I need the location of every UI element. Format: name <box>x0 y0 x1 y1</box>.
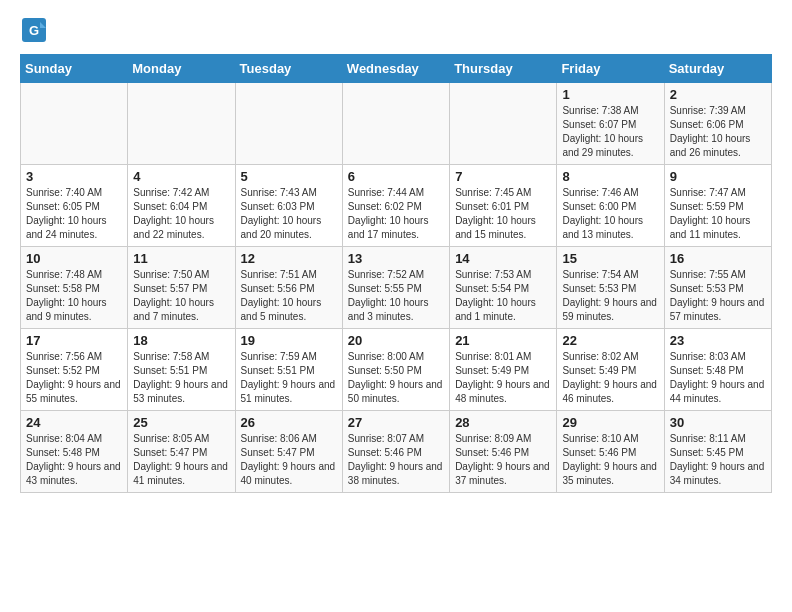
day-number: 15 <box>562 251 658 266</box>
day-info: Sunrise: 7:38 AMSunset: 6:07 PMDaylight:… <box>562 104 658 160</box>
calendar-cell <box>342 83 449 165</box>
day-number: 14 <box>455 251 551 266</box>
calendar-cell <box>450 83 557 165</box>
day-number: 12 <box>241 251 337 266</box>
svg-text:G: G <box>29 23 39 38</box>
day-number: 1 <box>562 87 658 102</box>
day-number: 27 <box>348 415 444 430</box>
calendar-cell: 29Sunrise: 8:10 AMSunset: 5:46 PMDayligh… <box>557 411 664 493</box>
calendar-cell: 20Sunrise: 8:00 AMSunset: 5:50 PMDayligh… <box>342 329 449 411</box>
week-row-3: 17Sunrise: 7:56 AMSunset: 5:52 PMDayligh… <box>21 329 772 411</box>
day-number: 4 <box>133 169 229 184</box>
weekday-header-sunday: Sunday <box>21 55 128 83</box>
day-info: Sunrise: 7:51 AMSunset: 5:56 PMDaylight:… <box>241 268 337 324</box>
day-info: Sunrise: 8:11 AMSunset: 5:45 PMDaylight:… <box>670 432 766 488</box>
day-info: Sunrise: 7:56 AMSunset: 5:52 PMDaylight:… <box>26 350 122 406</box>
day-info: Sunrise: 7:43 AMSunset: 6:03 PMDaylight:… <box>241 186 337 242</box>
day-info: Sunrise: 8:10 AMSunset: 5:46 PMDaylight:… <box>562 432 658 488</box>
day-info: Sunrise: 7:55 AMSunset: 5:53 PMDaylight:… <box>670 268 766 324</box>
week-row-4: 24Sunrise: 8:04 AMSunset: 5:48 PMDayligh… <box>21 411 772 493</box>
day-info: Sunrise: 7:59 AMSunset: 5:51 PMDaylight:… <box>241 350 337 406</box>
day-number: 11 <box>133 251 229 266</box>
week-row-2: 10Sunrise: 7:48 AMSunset: 5:58 PMDayligh… <box>21 247 772 329</box>
day-number: 13 <box>348 251 444 266</box>
day-info: Sunrise: 8:05 AMSunset: 5:47 PMDaylight:… <box>133 432 229 488</box>
day-number: 23 <box>670 333 766 348</box>
day-info: Sunrise: 8:04 AMSunset: 5:48 PMDaylight:… <box>26 432 122 488</box>
day-number: 7 <box>455 169 551 184</box>
day-info: Sunrise: 7:58 AMSunset: 5:51 PMDaylight:… <box>133 350 229 406</box>
calendar-cell: 4Sunrise: 7:42 AMSunset: 6:04 PMDaylight… <box>128 165 235 247</box>
day-info: Sunrise: 7:44 AMSunset: 6:02 PMDaylight:… <box>348 186 444 242</box>
calendar-cell: 25Sunrise: 8:05 AMSunset: 5:47 PMDayligh… <box>128 411 235 493</box>
day-number: 22 <box>562 333 658 348</box>
day-number: 6 <box>348 169 444 184</box>
day-number: 18 <box>133 333 229 348</box>
day-number: 20 <box>348 333 444 348</box>
calendar-cell: 28Sunrise: 8:09 AMSunset: 5:46 PMDayligh… <box>450 411 557 493</box>
calendar-cell: 14Sunrise: 7:53 AMSunset: 5:54 PMDayligh… <box>450 247 557 329</box>
day-info: Sunrise: 8:07 AMSunset: 5:46 PMDaylight:… <box>348 432 444 488</box>
day-info: Sunrise: 7:48 AMSunset: 5:58 PMDaylight:… <box>26 268 122 324</box>
day-info: Sunrise: 7:53 AMSunset: 5:54 PMDaylight:… <box>455 268 551 324</box>
calendar-cell: 22Sunrise: 8:02 AMSunset: 5:49 PMDayligh… <box>557 329 664 411</box>
calendar-cell: 15Sunrise: 7:54 AMSunset: 5:53 PMDayligh… <box>557 247 664 329</box>
day-info: Sunrise: 7:46 AMSunset: 6:00 PMDaylight:… <box>562 186 658 242</box>
day-number: 5 <box>241 169 337 184</box>
day-info: Sunrise: 8:06 AMSunset: 5:47 PMDaylight:… <box>241 432 337 488</box>
day-info: Sunrise: 7:54 AMSunset: 5:53 PMDaylight:… <box>562 268 658 324</box>
day-number: 16 <box>670 251 766 266</box>
calendar-cell: 8Sunrise: 7:46 AMSunset: 6:00 PMDaylight… <box>557 165 664 247</box>
calendar-cell <box>21 83 128 165</box>
weekday-header-row: SundayMondayTuesdayWednesdayThursdayFrid… <box>21 55 772 83</box>
weekday-header-friday: Friday <box>557 55 664 83</box>
calendar-cell <box>128 83 235 165</box>
day-info: Sunrise: 7:47 AMSunset: 5:59 PMDaylight:… <box>670 186 766 242</box>
day-number: 8 <box>562 169 658 184</box>
day-info: Sunrise: 7:40 AMSunset: 6:05 PMDaylight:… <box>26 186 122 242</box>
day-number: 2 <box>670 87 766 102</box>
day-number: 21 <box>455 333 551 348</box>
day-info: Sunrise: 7:50 AMSunset: 5:57 PMDaylight:… <box>133 268 229 324</box>
calendar-cell: 21Sunrise: 8:01 AMSunset: 5:49 PMDayligh… <box>450 329 557 411</box>
weekday-header-monday: Monday <box>128 55 235 83</box>
calendar-cell: 26Sunrise: 8:06 AMSunset: 5:47 PMDayligh… <box>235 411 342 493</box>
calendar-cell: 2Sunrise: 7:39 AMSunset: 6:06 PMDaylight… <box>664 83 771 165</box>
day-info: Sunrise: 7:45 AMSunset: 6:01 PMDaylight:… <box>455 186 551 242</box>
day-number: 25 <box>133 415 229 430</box>
day-number: 29 <box>562 415 658 430</box>
week-row-0: 1Sunrise: 7:38 AMSunset: 6:07 PMDaylight… <box>21 83 772 165</box>
calendar-cell: 6Sunrise: 7:44 AMSunset: 6:02 PMDaylight… <box>342 165 449 247</box>
day-number: 24 <box>26 415 122 430</box>
calendar-cell: 1Sunrise: 7:38 AMSunset: 6:07 PMDaylight… <box>557 83 664 165</box>
day-number: 19 <box>241 333 337 348</box>
calendar-cell <box>235 83 342 165</box>
day-number: 17 <box>26 333 122 348</box>
calendar-cell: 5Sunrise: 7:43 AMSunset: 6:03 PMDaylight… <box>235 165 342 247</box>
calendar-cell: 10Sunrise: 7:48 AMSunset: 5:58 PMDayligh… <box>21 247 128 329</box>
calendar-cell: 3Sunrise: 7:40 AMSunset: 6:05 PMDaylight… <box>21 165 128 247</box>
calendar-cell: 19Sunrise: 7:59 AMSunset: 5:51 PMDayligh… <box>235 329 342 411</box>
day-number: 28 <box>455 415 551 430</box>
calendar-cell: 27Sunrise: 8:07 AMSunset: 5:46 PMDayligh… <box>342 411 449 493</box>
day-number: 10 <box>26 251 122 266</box>
weekday-header-tuesday: Tuesday <box>235 55 342 83</box>
calendar-table: SundayMondayTuesdayWednesdayThursdayFrid… <box>20 54 772 493</box>
weekday-header-thursday: Thursday <box>450 55 557 83</box>
week-row-1: 3Sunrise: 7:40 AMSunset: 6:05 PMDaylight… <box>21 165 772 247</box>
calendar-cell: 24Sunrise: 8:04 AMSunset: 5:48 PMDayligh… <box>21 411 128 493</box>
weekday-header-saturday: Saturday <box>664 55 771 83</box>
day-number: 3 <box>26 169 122 184</box>
calendar-cell: 9Sunrise: 7:47 AMSunset: 5:59 PMDaylight… <box>664 165 771 247</box>
day-number: 9 <box>670 169 766 184</box>
calendar-cell: 30Sunrise: 8:11 AMSunset: 5:45 PMDayligh… <box>664 411 771 493</box>
day-info: Sunrise: 7:42 AMSunset: 6:04 PMDaylight:… <box>133 186 229 242</box>
calendar-cell: 12Sunrise: 7:51 AMSunset: 5:56 PMDayligh… <box>235 247 342 329</box>
day-info: Sunrise: 7:39 AMSunset: 6:06 PMDaylight:… <box>670 104 766 160</box>
weekday-header-wednesday: Wednesday <box>342 55 449 83</box>
logo: G <box>20 16 52 44</box>
day-info: Sunrise: 7:52 AMSunset: 5:55 PMDaylight:… <box>348 268 444 324</box>
logo-icon: G <box>20 16 48 44</box>
calendar-cell: 11Sunrise: 7:50 AMSunset: 5:57 PMDayligh… <box>128 247 235 329</box>
calendar-cell: 17Sunrise: 7:56 AMSunset: 5:52 PMDayligh… <box>21 329 128 411</box>
